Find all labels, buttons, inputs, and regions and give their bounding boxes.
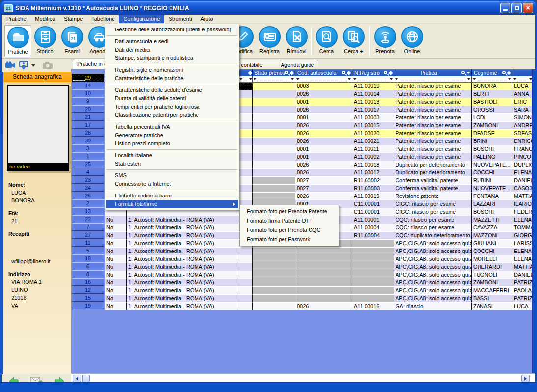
cell-stato-lavorazione[interactable] (239, 98, 253, 106)
cell-stato-prenota[interactable] (253, 130, 295, 138)
cell-stato-prenota[interactable] (253, 271, 295, 279)
column-header-stato-prenota[interactable]: Stato prenota (253, 69, 295, 76)
cell-stato-lavorazione[interactable] (239, 145, 253, 153)
cell-stato-prenota[interactable] (253, 177, 295, 185)
cell-cod-autoscuola[interactable]: 0001 (295, 145, 352, 153)
cell-nome[interactable]: ELENA (512, 216, 533, 224)
cell-stato-prenota[interactable] (253, 169, 295, 177)
cell-cod-autoscuola[interactable]: 0001 (295, 114, 352, 122)
menu-item[interactable]: Etichette codice a barre (106, 192, 238, 200)
menu-item[interactable]: Dati autoscuola e sedi (106, 37, 238, 46)
cell-n-registro[interactable] (352, 240, 394, 248)
menu-item[interactable] (106, 119, 238, 123)
cell-nome[interactable]: ILARIO (512, 200, 533, 208)
cell-n-registro[interactable]: A11.00004 (352, 224, 394, 232)
toolbar-storico-button[interactable]: Storico (31, 25, 58, 57)
cell-nome[interactable]: PATRIZ (512, 295, 533, 303)
cell-n-registro[interactable]: A11.00020 (352, 130, 394, 138)
cell-nome[interactable]: LARISS (512, 240, 533, 248)
cell-cognome[interactable]: DFADSF (472, 130, 512, 138)
cell-stato-lavorazione[interactable] (239, 287, 253, 295)
cell-cognome[interactable]: MACCAFERRI (472, 287, 512, 295)
cell-stato-lavorazione[interactable] (239, 153, 253, 161)
cell-n-registro[interactable]: A11.00001 (352, 216, 394, 224)
filter-cell[interactable] (253, 76, 295, 83)
cell-pratica[interactable]: APC,CIG,AB: solo accesso quiz (394, 263, 472, 271)
cell-cognome[interactable]: TUGNOLI (472, 271, 512, 279)
cell-n-registro[interactable]: A11.00018 (352, 161, 394, 169)
cell-cod-autoscuola[interactable]: 0001 (295, 153, 352, 161)
cell-prenotata[interactable]: No (105, 303, 127, 310)
cell-nome[interactable]: PINCO (512, 153, 533, 161)
cell-cod-autoscuola[interactable]: 0003 (295, 83, 352, 90)
cell-cod-autoscuola[interactable] (295, 279, 352, 287)
menu-item[interactable]: Caratteristiche delle sedute d'esame (106, 86, 238, 94)
cell-nome[interactable]: DANIEL (512, 177, 533, 185)
column-header-n-registro[interactable]: N.Registro (352, 69, 394, 76)
cell-nome[interactable]: SARA (512, 106, 533, 114)
cell-stato-prenota[interactable] (253, 248, 295, 255)
video-camera-icon[interactable] (5, 61, 16, 69)
cell-cognome[interactable]: FONTANA (472, 193, 512, 200)
cell-pratica[interactable]: Duplicato per deterioramento (394, 169, 472, 177)
row-number-button[interactable]: 12 (72, 286, 104, 294)
cell-sede[interactable]: 1. Autosoft Multimedia - ROMA (VA) (127, 255, 239, 263)
cell-cod-autoscuola[interactable] (295, 295, 352, 303)
cell-pratica[interactable]: Patente: rilascio per esame (394, 90, 472, 98)
row-number-button[interactable]: 17 (72, 121, 104, 129)
row-number-button[interactable]: 4 (72, 168, 104, 176)
cell-nome[interactable]: CASO3 (512, 185, 533, 193)
cell-cognome[interactable]: CAVAZZA (472, 224, 512, 232)
cell-n-registro[interactable]: A11.00015 (352, 122, 394, 130)
menu-item[interactable]: Dati dei medici (106, 46, 238, 54)
menubar-item[interactable]: Configurazione (119, 15, 164, 23)
row-number-button[interactable]: 21 (72, 113, 104, 121)
cell-prenotata[interactable]: No (105, 232, 127, 240)
cell-sede[interactable]: 1. Autosoft Multimedia - ROMA (VA) (127, 263, 239, 271)
menu-item[interactable]: Durata di validità delle patenti (106, 94, 238, 103)
cell-stato-prenota[interactable] (253, 263, 295, 271)
cell-cognome[interactable]: LODI (472, 114, 512, 122)
cell-cod-autoscuola[interactable]: 0026 (295, 169, 352, 177)
menubar-item[interactable]: Modifica (30, 15, 59, 23)
menu-item[interactable] (106, 148, 238, 151)
scrollbar-thumb[interactable] (82, 375, 90, 382)
cell-pratica[interactable]: CQC: duplicato deterioramento (394, 232, 472, 240)
menu-item[interactable] (106, 34, 238, 37)
cell-stato-prenota[interactable] (253, 255, 295, 263)
menubar-item[interactable]: Pratiche (2, 15, 30, 23)
cell-cognome[interactable]: MAZZONI (472, 232, 512, 240)
cell-nome[interactable]: ELENA (512, 169, 533, 177)
cell-cod-autoscuola[interactable]: 0027 (295, 177, 352, 185)
cell-pratica[interactable]: Patente: rilascio per esame (394, 138, 472, 145)
cell-nome[interactable]: PATRIZ (512, 279, 533, 287)
cell-stato-prenota[interactable] (253, 279, 295, 287)
camera-disabled-icon[interactable] (42, 61, 53, 69)
cell-cognome[interactable]: BONORA (472, 83, 512, 90)
cell-cod-autoscuola[interactable]: 0026 (295, 106, 352, 114)
cell-stato-lavorazione[interactable] (239, 138, 253, 145)
menu-item[interactable]: Generatore pratiche (106, 131, 238, 140)
cell-nome[interactable]: GIORGI (512, 232, 533, 240)
cell-nome[interactable]: MATTIA (512, 193, 533, 200)
cell-stato-lavorazione[interactable] (239, 130, 253, 138)
row-number-button[interactable]: 27 (72, 231, 104, 239)
cell-stato-prenota[interactable] (253, 193, 295, 200)
row-number-button[interactable]: 3 (72, 144, 104, 152)
row-number-button[interactable]: 1 (72, 152, 104, 160)
row-number-button[interactable]: 10 (72, 89, 104, 97)
cell-cognome[interactable]: BASSI (472, 295, 512, 303)
cell-cod-autoscuola[interactable] (295, 255, 352, 263)
cell-nome[interactable]: ELENA (512, 255, 533, 263)
cell-stato-lavorazione[interactable] (239, 255, 253, 263)
cell-cognome[interactable]: LAZZARI (472, 200, 512, 208)
column-header-cod-autoscuola[interactable]: Cod. autoscuola (295, 69, 352, 76)
cell-cognome[interactable]: PALLINO (472, 153, 512, 161)
menu-item[interactable]: SMS (106, 171, 238, 180)
row-number-button[interactable]: 28 (72, 129, 104, 137)
toolbar-online-button[interactable]: Online (398, 25, 425, 57)
submenu-item[interactable]: Formato foto per Prenota CQC (240, 225, 338, 235)
cell-stato-lavorazione[interactable] (239, 263, 253, 271)
cell-prenotata[interactable]: No (105, 287, 127, 295)
cell-prenotata[interactable]: No (105, 263, 127, 271)
